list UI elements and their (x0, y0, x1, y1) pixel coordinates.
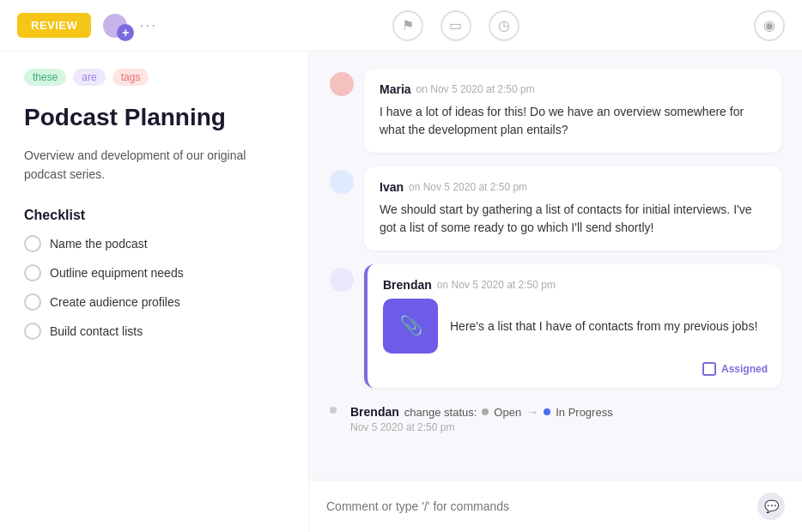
left-panel: these are tags Podcast Planning Overview… (0, 51, 309, 532)
assigned-checkbox[interactable] (702, 362, 716, 376)
attachment-thumb[interactable]: 📎 (383, 299, 438, 354)
status-timestamp: Nov 5 2020 at 2:50 pm (350, 421, 613, 433)
comments-area: Maria on Nov 5 2020 at 2:50 pm I have a … (309, 51, 802, 480)
status-from: Open (494, 406, 521, 419)
checklist-label-1: Name the podcast (50, 237, 148, 251)
comment-row-maria: Maria on Nov 5 2020 at 2:50 pm I have a … (330, 69, 781, 153)
avatar-ivan (330, 170, 354, 194)
status-author: Brendan (350, 405, 399, 419)
main-content: these are tags Podcast Planning Overview… (0, 51, 802, 532)
eye-icon: ◉ (763, 17, 775, 33)
checkbox-3[interactable] (24, 293, 41, 311)
more-options-button[interactable]: ··· (139, 16, 157, 34)
attachment-row: 📎 Here's a list that I have of contacts … (383, 299, 766, 354)
text-ivan: We should start by gathering a list of c… (380, 201, 766, 237)
comment-input[interactable] (326, 499, 757, 513)
author-ivan: Ivan (380, 180, 404, 194)
text-maria: I have a lot of ideas for this! Do we ha… (380, 103, 766, 139)
status-to: In Progress (556, 406, 612, 419)
avatar-brendan (330, 268, 354, 292)
status-change-content: Brendan change status: Open → In Progres… (350, 405, 613, 419)
comment-card-maria: Maria on Nov 5 2020 at 2:50 pm I have a … (364, 69, 781, 153)
checklist-label-4: Build contact lists (50, 324, 143, 338)
tag-these[interactable]: these (24, 69, 66, 86)
card-button[interactable]: ▭ (440, 10, 471, 41)
add-member-button[interactable]: + (117, 24, 134, 41)
checklist-item-1[interactable]: Name the podcast (24, 235, 284, 252)
checkbox-2[interactable] (24, 264, 41, 281)
top-bar-right: ◉ (754, 10, 785, 41)
comment-card-ivan: Ivan on Nov 5 2020 at 2:50 pm We should … (364, 166, 781, 251)
comment-row-brendan: Brendan on Nov 5 2020 at 2:50 pm 📎 Here'… (330, 264, 781, 388)
checklist: Name the podcast Outline equipment needs… (24, 235, 284, 340)
arrow-icon: → (526, 405, 538, 419)
status-dot-inprogress (544, 408, 550, 415)
checkbox-4[interactable] (24, 323, 41, 340)
checkbox-1[interactable] (24, 235, 41, 252)
card-icon: ▭ (449, 17, 462, 33)
top-bar-left: REVIEW + ··· (17, 12, 157, 39)
author-maria: Maria (380, 82, 411, 96)
status-change-row: Brendan change status: Open → In Progres… (330, 402, 781, 437)
attachment-icon: 📎 (399, 315, 422, 337)
comment-header-brendan: Brendan on Nov 5 2020 at 2:50 pm (383, 278, 766, 292)
eye-button[interactable]: ◉ (754, 10, 785, 41)
tag-are[interactable]: are (73, 69, 105, 86)
comment-card-brendan: Brendan on Nov 5 2020 at 2:50 pm 📎 Here'… (364, 264, 781, 388)
assigned-label: Assigned (721, 363, 768, 375)
timestamp-brendan: on Nov 5 2020 at 2:50 pm (437, 279, 556, 291)
checklist-item-4[interactable]: Build contact lists (24, 323, 284, 340)
timestamp-maria: on Nov 5 2020 at 2:50 pm (416, 83, 535, 95)
bullet-dot (330, 407, 337, 414)
tag-tags[interactable]: tags (112, 69, 149, 86)
avatar-group: + (101, 12, 129, 39)
checklist-item-3[interactable]: Create audience profiles (24, 293, 284, 311)
send-button[interactable]: 💬 (757, 493, 785, 520)
checklist-item-2[interactable]: Outline equipment needs (24, 264, 284, 281)
assigned-badge: Assigned (702, 362, 768, 376)
comment-row-ivan: Ivan on Nov 5 2020 at 2:50 pm We should … (330, 166, 781, 251)
author-brendan: Brendan (383, 278, 432, 292)
send-icon: 💬 (764, 499, 779, 513)
checklist-label-2: Outline equipment needs (50, 266, 184, 280)
status-action: change status: (404, 406, 477, 419)
checklist-title: Checklist (24, 208, 284, 223)
timestamp-ivan: on Nov 5 2020 at 2:50 pm (409, 181, 527, 193)
clock-icon: ◷ (498, 17, 510, 33)
page-title: Podcast Planning (24, 103, 284, 132)
tags-row: these are tags (24, 69, 284, 86)
right-panel: Maria on Nov 5 2020 at 2:50 pm I have a … (309, 51, 802, 532)
comment-header-ivan: Ivan on Nov 5 2020 at 2:50 pm (380, 180, 766, 194)
checklist-label-3: Create audience profiles (50, 295, 180, 309)
status-dot-open (482, 408, 489, 415)
clock-button[interactable]: ◷ (489, 10, 519, 41)
top-bar: REVIEW + ··· ⚑ ▭ ◷ ◉ (0, 0, 802, 51)
comment-input-area: 💬 (309, 480, 802, 532)
page-description: Overview and development of our original… (24, 146, 284, 184)
status-change: Brendan change status: Open → In Progres… (350, 402, 613, 437)
flag-icon: ⚑ (402, 17, 414, 33)
comment-header-maria: Maria on Nov 5 2020 at 2:50 pm (380, 82, 766, 96)
review-button[interactable]: REVIEW (17, 13, 91, 38)
top-bar-icons: ⚑ ▭ ◷ (392, 10, 519, 41)
text-brendan: Here's a list that I have of contacts fr… (450, 317, 757, 336)
flag-button[interactable]: ⚑ (392, 10, 423, 41)
avatar-maria (330, 72, 354, 96)
